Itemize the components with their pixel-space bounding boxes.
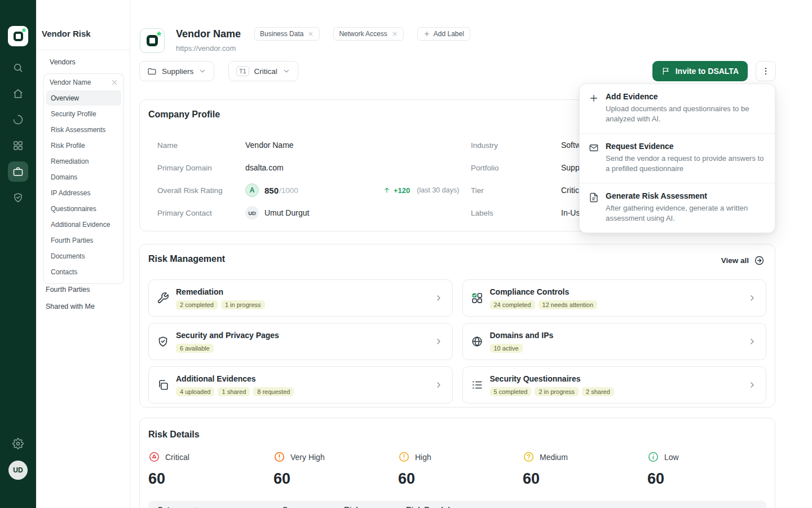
menu-item-request-evidence[interactable]: Request Evidence Send the vendor a reque… (580, 133, 775, 183)
close-icon[interactable] (391, 30, 398, 37)
status-badge: 2 in progress (535, 387, 579, 396)
status-badge: 24 completed (490, 300, 535, 309)
sidebar-item-remediation[interactable]: Remediation (46, 154, 121, 169)
tier-dropdown[interactable]: T1 Critical (228, 61, 298, 81)
risk-level-very-high: Very High 60 (273, 451, 325, 488)
status-badge: 2 completed (176, 300, 218, 309)
status-badge: 2 shared (582, 387, 614, 396)
sidebar-item-domains[interactable]: Domains (46, 169, 121, 185)
sidebar-item-fourth-parties-root[interactable]: Fourth Parties (46, 286, 90, 294)
field-label-tier: Tier (471, 186, 561, 195)
column-header-category[interactable]: Category (157, 505, 200, 508)
view-all-link[interactable]: View all (721, 255, 765, 266)
status-badge: 1 in progress (221, 300, 265, 309)
rm-item-security-questionnaires[interactable]: Security Questionnaires 5 completed 2 in… (462, 366, 767, 404)
column-header-risk-breakdown[interactable]: Risk Breakdown (406, 505, 465, 508)
close-icon[interactable] (307, 30, 314, 37)
status-badge: 12 needs attention (539, 300, 598, 309)
actions-dropdown-menu: Add Evidence Upload documents and questi… (579, 84, 775, 233)
home-icon[interactable] (8, 84, 28, 104)
page-title: Vendor Name (176, 28, 241, 40)
risk-management-card: Risk Management View all Remediation 2 c… (139, 244, 775, 408)
vendor-risk-sidebar: Vendor Risk Vendors Vendor Name Overview… (36, 0, 130, 508)
label-tag-business-data: Business Data (254, 27, 320, 41)
field-label-primary-domain: Primary Domain (157, 164, 245, 172)
invite-button[interactable]: Invite to DSALTA (652, 61, 748, 81)
column-header-risks[interactable]: Risks (344, 505, 364, 508)
briefcase-icon[interactable] (8, 161, 28, 182)
question-icon (523, 451, 535, 463)
rm-item-additional-evidences[interactable]: Additional Evidences 4 uploaded 1 shared… (148, 366, 453, 404)
logo-star-icon: * (22, 27, 26, 37)
menu-item-generate-risk-assessment[interactable]: Generate Risk Assessment After gathering… (580, 183, 775, 233)
alert-icon (398, 451, 410, 463)
tier-badge: T1 (236, 66, 249, 76)
rm-item-security-privacy-pages[interactable]: Security and Privacy Pages 6 available (148, 323, 453, 360)
search-icon[interactable] (8, 58, 28, 78)
risk-level-count: 60 (273, 470, 325, 488)
plus-icon (423, 30, 430, 37)
field-value-primary-domain: dsalta.com (245, 163, 284, 172)
rm-item-remediation[interactable]: Remediation 2 completed 1 in progress (148, 279, 453, 317)
rm-item-compliance-controls[interactable]: Compliance Controls 24 completed 12 need… (462, 279, 767, 317)
loader-icon[interactable] (8, 110, 28, 130)
status-badge: 8 requested (253, 387, 294, 396)
more-actions-button[interactable] (756, 61, 776, 81)
file-text-icon (589, 192, 599, 203)
shield-icon[interactable] (8, 187, 28, 208)
status-badge: 10 active (490, 344, 523, 353)
risk-level-label: High (415, 453, 431, 462)
risk-level-label: Medium (540, 453, 568, 462)
column-label: Score (283, 505, 304, 508)
sidebar-item-additional-evidence[interactable]: Additional Evidence (46, 217, 121, 232)
user-avatar[interactable]: UD (8, 461, 28, 480)
column-label: Risks (344, 505, 364, 508)
label-tag-network-access: Network Access (333, 27, 403, 41)
field-label-industry: Industry (471, 141, 561, 150)
sidebar-item-shared-with-me[interactable]: Shared with Me (46, 303, 95, 310)
risk-management-title: Risk Management (148, 254, 225, 264)
column-header-score[interactable]: Score (283, 505, 304, 508)
sidebar-item-vendors[interactable]: Vendors (50, 58, 76, 66)
field-label-labels: Labels (471, 209, 561, 217)
risk-delta: +120 (394, 186, 410, 195)
sidebar-item-risk-assessments[interactable]: Risk Assessments (46, 122, 121, 137)
copy-icon (157, 379, 169, 391)
grid-icon[interactable] (8, 135, 28, 156)
list-icon (471, 379, 483, 391)
sidebar-item-contacts[interactable]: Contacts (46, 264, 121, 279)
risk-level-label: Critical (165, 453, 189, 462)
sidebar-item-fourth-parties[interactable]: Fourth Parties (46, 233, 121, 248)
chevron-down-icon (283, 67, 290, 75)
gear-icon[interactable] (8, 433, 28, 454)
menu-item-add-evidence[interactable]: Add Evidence Upload documents and questi… (580, 84, 775, 133)
risk-delta-note: (last 30 days) (417, 186, 459, 194)
suppliers-label: Suppliers (162, 67, 193, 76)
field-label-primary-contact: Primary Contact (157, 209, 245, 217)
menu-item-title: Generate Risk Assessment (606, 191, 766, 200)
add-label-button[interactable]: Add Label (417, 27, 470, 41)
risk-grade-badge: A (245, 183, 259, 197)
chevron-right-icon (748, 337, 757, 346)
sidebar-item-security-profile[interactable]: Security Profile (46, 106, 121, 121)
status-badge: 5 completed (490, 387, 532, 396)
sidebar-item-documents[interactable]: Documents (46, 248, 121, 264)
risk-level-low: Low 60 (647, 451, 679, 488)
chevron-right-icon (434, 294, 443, 303)
status-badge: 4 uploaded (176, 387, 214, 396)
risk-level-count: 60 (647, 470, 679, 488)
sidebar-item-ip-addresses[interactable]: IP Addresses (46, 185, 121, 200)
chevron-right-icon (434, 337, 443, 346)
suppliers-dropdown[interactable]: Suppliers (139, 61, 214, 81)
close-icon[interactable] (111, 78, 118, 86)
sidebar-item-risk-profile[interactable]: Risk Profile (46, 138, 121, 153)
globe-icon (471, 335, 483, 348)
alert-icon (273, 451, 285, 463)
rm-item-domains-ips[interactable]: Domains and IPs 10 active (462, 323, 767, 360)
rm-item-title: Domains and IPs (490, 331, 554, 340)
risk-level-critical: Critical 60 (148, 451, 189, 488)
info-icon (647, 451, 659, 463)
sidebar-item-overview[interactable]: Overview (46, 90, 121, 106)
sidebar-item-questionnaires[interactable]: Questionnaires (46, 201, 121, 216)
chevron-right-icon (434, 380, 443, 389)
